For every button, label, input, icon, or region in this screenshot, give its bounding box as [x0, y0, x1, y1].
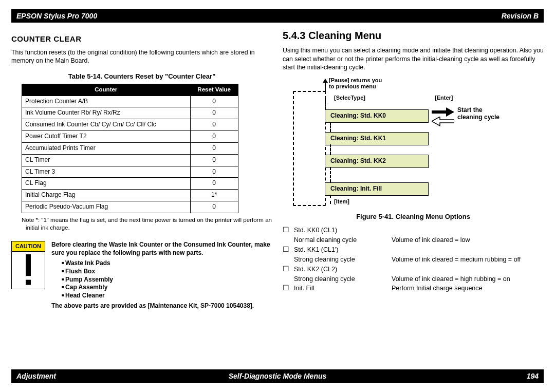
opt-title: Std. KK0 (CL1) — [294, 226, 390, 235]
header-revision: Revision B — [502, 12, 539, 20]
right-column: 5.4.3 Cleaning Menu Using this menu you … — [283, 29, 544, 368]
pause-hint-l2: to previous menu — [329, 83, 376, 90]
table-row: Initial Charge Flag1* — [22, 190, 238, 201]
table-row: CL Flag0 — [22, 178, 238, 190]
left-column: COUNTER CLEAR This function resets (to t… — [11, 29, 272, 368]
exclamation-icon — [11, 252, 45, 289]
svg-marker-4 — [432, 117, 454, 126]
arrow-left-icon — [432, 117, 454, 127]
opt-desc: Normal cleaning cycle — [294, 236, 390, 245]
opt-right: Volume of ink cleared = high rubbing = o… — [392, 275, 544, 284]
caution-text: Before clearing the Waste Ink Counter or… — [51, 241, 272, 310]
th-reset-value: Reset Value — [190, 84, 238, 96]
svg-rect-0 — [26, 254, 31, 276]
opt-right: Volume of ink cleared = medium rubbing =… — [392, 255, 544, 264]
header-title: EPSON Stylus Pro 7000 — [16, 12, 97, 20]
caution-lead: Before clearing the Waste Ink Counter or… — [51, 241, 272, 257]
list-item: Head Cleaner — [62, 292, 272, 300]
svg-rect-1 — [26, 279, 31, 285]
opt-title: Std. KK1 (CL1') — [294, 246, 390, 254]
cleaning-menu-intro: Using this menu you can select a cleanin… — [283, 46, 544, 71]
caution-label: CAUTION — [11, 241, 45, 252]
checkbox-icon: ☐ — [283, 246, 292, 254]
opt-right: Volume of ink cleared = low — [392, 236, 544, 245]
caution-block: CAUTION Before clearing the Waste Ink Co… — [11, 241, 272, 310]
list-item: Pump Assembly — [62, 276, 272, 284]
table-row: Protection Counter A/B0 — [22, 96, 238, 107]
opt-right: Perform Initial charge sequence — [392, 284, 544, 293]
start-hint-l2: cleaning cycle — [457, 114, 499, 122]
svg-marker-3 — [432, 107, 454, 117]
list-item: Waste Ink Pads — [62, 259, 272, 268]
dashed-loop — [293, 91, 326, 206]
table-row: Consumed Ink Counter Cb/ Cy/ Cm/ Cc/ Cll… — [22, 119, 238, 131]
table-row: Accumulated Prints Timer0 — [22, 142, 238, 154]
opt-desc: Strong cleaning cycle — [294, 255, 390, 264]
opt-title: Std. KK2 (CL2) — [294, 265, 390, 274]
counter-clear-intro: This function resets (to the original co… — [11, 48, 272, 65]
list-item: Cap Assembly — [62, 284, 272, 292]
list-item: Flush Box — [62, 268, 272, 276]
footer-left: Adjustment — [16, 372, 56, 380]
opt-title: Init. Fill — [294, 284, 390, 293]
menu-item-init-fill: Cleaning: Init. Fill — [325, 182, 429, 196]
table-note: Note *: "1" means the flag is set, and t… — [22, 216, 272, 232]
caution-tail: The above parts are provided as [Mainten… — [51, 302, 272, 310]
counters-table: Counter Reset Value Protection Counter A… — [22, 84, 238, 213]
footer-page: 194 — [527, 372, 539, 380]
cleaning-options-list: ☐ Std. KK0 (CL1) Normal cleaning cycle V… — [283, 226, 544, 293]
section-title-counter-clear: COUNTER CLEAR — [11, 34, 272, 44]
caution-parts-list: Waste Ink Pads Flush Box Pump Assembly C… — [62, 259, 272, 300]
menu-item-kk0: Cleaning: Std. KK0 — [325, 109, 429, 123]
footer-center: Self-Diagnostic Mode Menus — [11, 372, 544, 380]
checkbox-icon: ☐ — [283, 226, 292, 235]
label-item: [Item] — [334, 198, 349, 206]
checkbox-icon: ☐ — [283, 265, 292, 274]
caution-icon: CAUTION — [11, 241, 45, 310]
footer-bar: Adjustment Self-Diagnostic Mode Menus 19… — [11, 369, 544, 383]
menu-item-kk2: Cleaning: Std. KK2 — [325, 155, 429, 168]
table-row: Power Cutoff Timer T20 — [22, 131, 238, 143]
svg-marker-2 — [323, 79, 328, 92]
arrow-up-icon — [323, 79, 328, 92]
table-row: CL Timer 30 — [22, 166, 238, 178]
header-bar: EPSON Stylus Pro 7000 Revision B — [11, 9, 544, 23]
table-row: Periodic Pseudo-Vacuum Flag0 — [22, 201, 238, 213]
label-enter: [Enter] — [435, 94, 453, 102]
label-selectype: [SelecType] — [334, 94, 365, 102]
table-caption: Table 5-14. Counters Reset by "Counter C… — [11, 72, 272, 81]
table-row: CL Timer0 — [22, 154, 238, 166]
opt-desc: Strong cleaning cycle — [294, 275, 390, 284]
menu-diagram: [Pause] returns you to previous menu [Se… — [283, 77, 544, 210]
figure-caption: Figure 5-41. Cleaning Menu Options — [283, 212, 544, 221]
menu-item-kk1: Cleaning: Std. KK1 — [325, 132, 429, 145]
section-heading-cleaning-menu: 5.4.3 Cleaning Menu — [283, 29, 544, 42]
th-counter: Counter — [22, 84, 191, 96]
table-row: Ink Volume Counter Rb/ Ry/ Rx/Rz0 — [22, 107, 238, 119]
checkbox-icon: ☐ — [283, 284, 292, 293]
